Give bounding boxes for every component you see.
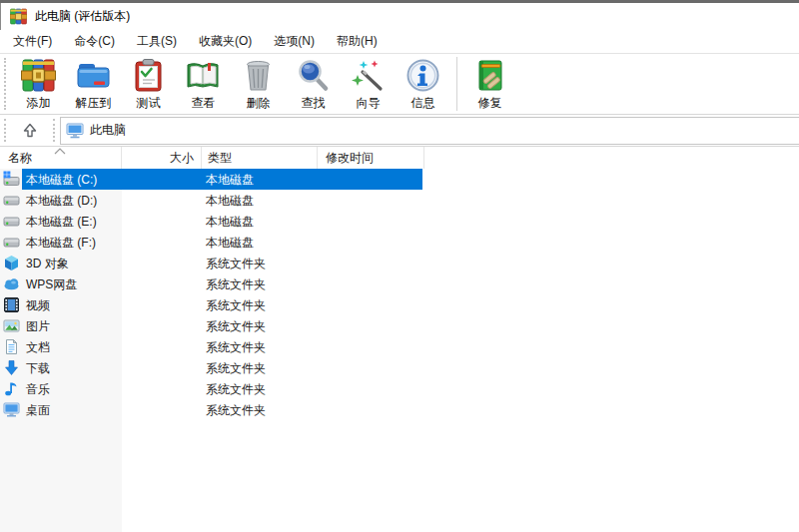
3d-objects-icon [3,255,20,271]
item-name: 本地磁盘 (F:) [26,235,96,252]
toolbar-drag-handle[interactable] [4,58,9,110]
list-item-desktop[interactable]: 桌面 系统文件夹 [0,399,799,420]
file-list: 本地磁盘 (C:) 本地磁盘 本地磁盘 (D:) 本地磁盘 本地磁盘 (E:) … [0,169,799,532]
cloud-icon [3,275,20,292]
music-icon [3,380,20,397]
addressbar: 此电脑 [0,115,799,147]
sort-ascending-icon [54,148,66,155]
list-item-drive-f[interactable]: 本地磁盘 (F:) 本地磁盘 [0,232,799,253]
menu-favorites[interactable]: 收藏夹(O) [188,30,263,53]
address-combobox[interactable]: 此电脑 [60,117,799,145]
desktop-icon [3,401,20,418]
drive-icon [3,192,20,209]
drive-icon [3,234,20,251]
system-drive-icon [3,171,20,188]
item-name: WPS网盘 [26,276,77,293]
repair-book-icon [471,57,508,94]
add-button[interactable]: 添加 [11,54,66,112]
column-header-size[interactable]: 大小 [122,147,202,169]
winrar-logo-icon [10,8,27,25]
list-item-drive-d[interactable]: 本地磁盘 (D:) 本地磁盘 [0,190,799,211]
wizard-button[interactable]: 向导 [341,54,396,112]
repair-button-label: 修复 [478,95,502,112]
item-type: 系统文件夹 [206,360,266,377]
winrar-archive-icon [20,57,57,94]
winrar-window: 此电脑 (评估版本) 文件(F) 命令(C) 工具(S) 收藏夹(O) 选项(N… [0,0,799,532]
extract-button-label: 解压到 [76,95,112,112]
item-name: 下载 [26,360,50,377]
delete-trash-icon [240,57,277,94]
item-type: 系统文件夹 [206,297,266,314]
extract-button[interactable]: 解压到 [66,54,121,112]
list-item-downloads[interactable]: 下载 系统文件夹 [0,357,799,378]
list-item-3d-objects[interactable]: 3D 对象 系统文件夹 [0,253,799,273]
delete-button-label: 删除 [247,95,271,112]
list-item-videos[interactable]: 视频 系统文件夹 [0,294,799,315]
item-type: 本地磁盘 [206,235,254,252]
extract-folder-icon [75,57,112,94]
videos-icon [3,296,20,313]
menu-options[interactable]: 选项(N) [263,30,326,53]
computer-icon [66,123,84,139]
list-item-pictures[interactable]: 图片 系统文件夹 [0,315,799,336]
item-type: 系统文件夹 [206,276,266,293]
menubar: 文件(F) 命令(C) 工具(S) 收藏夹(O) 选项(N) 帮助(H) [0,30,799,53]
menu-help[interactable]: 帮助(H) [326,30,389,53]
test-button-label: 测试 [137,95,161,112]
repair-button[interactable]: 修复 [462,54,517,112]
item-type: 系统文件夹 [206,381,266,398]
view-book-icon [185,57,222,94]
window-title: 此电脑 (评估版本) [35,8,130,25]
item-name: 视频 [26,297,50,314]
delete-button[interactable]: 删除 [231,54,286,112]
toolbar-separator [456,57,457,111]
address-location: 此电脑 [90,122,126,139]
add-button-label: 添加 [27,95,51,112]
column-header-name[interactable]: 名称 [0,147,122,169]
item-name: 本地磁盘 (E:) [26,214,97,231]
view-button-label: 查看 [192,95,216,112]
view-button[interactable]: 查看 [176,54,231,112]
list-item-documents[interactable]: 文档 系统文件夹 [0,336,799,357]
toolbar: 添加 解压到 测试 [0,53,799,115]
documents-icon [3,338,20,355]
test-button[interactable]: 测试 [121,54,176,112]
item-name: 音乐 [26,381,50,398]
item-type: 本地磁盘 [206,193,254,210]
list-item-music[interactable]: 音乐 系统文件夹 [0,378,799,399]
list-item-drive-c[interactable]: 本地磁盘 (C:) 本地磁盘 [0,169,799,190]
drive-icon [3,213,20,230]
item-name: 本地磁盘 (D:) [26,193,97,210]
wizard-wand-icon [350,57,387,94]
menu-tools[interactable]: 工具(S) [126,30,188,53]
column-header-filler [424,147,799,169]
item-name: 文档 [26,339,50,356]
find-button[interactable]: 查找 [286,54,341,112]
column-header-modified[interactable]: 修改时间 [318,147,424,169]
column-header-type[interactable]: 类型 [202,147,318,169]
wizard-button-label: 向导 [357,95,381,112]
address-field-drag-handle[interactable] [53,119,58,142]
info-button-label: 信息 [411,95,435,112]
downloads-icon [3,359,20,376]
item-type: 系统文件夹 [206,339,266,356]
find-magnifier-icon [295,57,332,94]
item-type: 本地磁盘 [206,172,254,189]
item-name: 图片 [26,318,50,335]
list-item-drive-e[interactable]: 本地磁盘 (E:) 本地磁盘 [0,211,799,232]
item-name: 3D 对象 [26,256,69,272]
pictures-icon [3,317,20,334]
list-item-wps-cloud[interactable]: WPS网盘 系统文件夹 [0,273,799,294]
addressbar-drag-handle[interactable] [4,119,9,142]
menu-file[interactable]: 文件(F) [2,30,63,53]
up-arrow-icon [23,123,37,138]
item-type: 系统文件夹 [206,402,266,419]
titlebar: 此电脑 (评估版本) [0,3,799,30]
test-clipboard-icon [130,57,167,94]
info-button[interactable]: 信息 [396,54,450,112]
list-column-headers: 名称 大小 类型 修改时间 [0,147,799,169]
up-one-level-button[interactable] [15,119,45,143]
menu-commands[interactable]: 命令(C) [63,30,126,53]
item-type: 系统文件夹 [206,318,266,335]
find-button-label: 查找 [302,95,326,112]
